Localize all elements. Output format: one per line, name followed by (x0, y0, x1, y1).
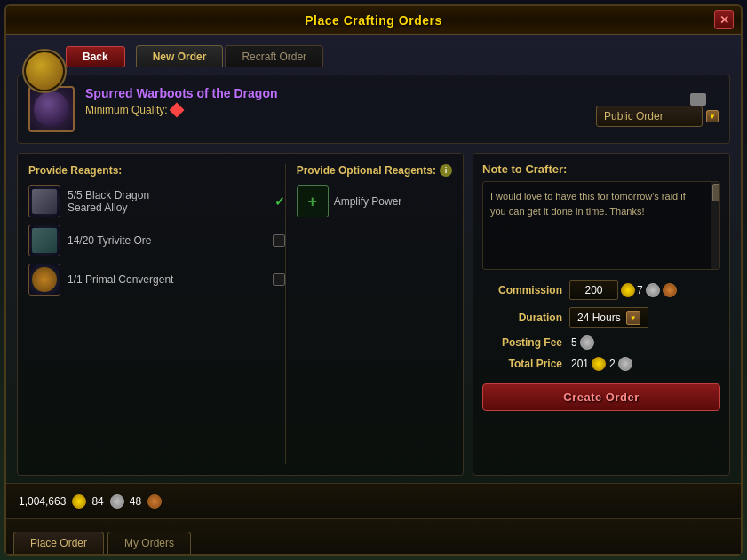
reagents-label: Provide Reagents: (28, 164, 285, 177)
top-controls: Back New Order Recraft Order (17, 45, 730, 67)
reagent-name-2: 14/20 Tyrivite Ore (68, 234, 266, 247)
posting-fee-label: Posting Fee (482, 336, 562, 349)
item-section: Spurred Warboots of the Dragon Minimum Q… (17, 75, 730, 144)
note-text: I would love to have this for tomorrow's… (490, 189, 712, 218)
reagent-name-1: 5/5 Black DragonSeared Alloy (68, 189, 267, 214)
duration-value: 24 Hours (577, 312, 621, 324)
scrollbar[interactable] (711, 182, 719, 269)
reagent-img-1 (32, 189, 57, 214)
duration-label: Duration (482, 312, 562, 324)
reagent-icon-3 (28, 264, 60, 296)
quality-gem-icon (169, 103, 184, 118)
avatar-face (26, 52, 63, 90)
duration-arrow-icon[interactable]: ▼ (626, 311, 640, 325)
reagents-section: Provide Reagents: 5/5 Black DragonSeared… (28, 164, 285, 464)
reagent-check-1: ✓ (274, 194, 285, 209)
tab-new-order[interactable]: New Order (136, 45, 224, 67)
optional-reagents-label: Provide Optional Reagents: i (297, 164, 452, 177)
scrollbar-thumb (712, 184, 719, 201)
reagent-icon-2 (28, 225, 60, 256)
main-window: Place Crafting Orders ✕ Back New Order R… (4, 4, 743, 556)
reagent-item: 1/1 Primal Convergent (28, 264, 285, 296)
note-text-area: I would love to have this for tomorrow's… (482, 181, 720, 270)
reagent-img-2 (32, 228, 57, 253)
create-order-button[interactable]: Create Order (482, 383, 720, 411)
chat-icon[interactable] (690, 93, 706, 106)
reagent-name-3: 1/1 Primal Convergent (68, 273, 266, 286)
optional-item-name: Amplify Power (334, 195, 402, 208)
item-icon (28, 86, 75, 132)
gold-amount: 1,004,663 (19, 495, 66, 508)
silver-amount: 84 (91, 495, 103, 508)
commission-silver-value: 7 (637, 284, 643, 296)
silver-coin-icon (646, 283, 660, 297)
item-icon-inner (34, 91, 69, 127)
reagent-checkbox-2[interactable] (273, 234, 285, 247)
panels-row: Provide Reagents: 5/5 Black DragonSeared… (17, 153, 730, 476)
reagent-img-3 (32, 267, 57, 292)
title-bar: Place Crafting Orders ✕ (6, 6, 741, 35)
reagent-item: 14/20 Tyrivite Ore (28, 225, 285, 256)
total-price-row: Total Price 201 2 (482, 357, 720, 371)
duration-row: Duration 24 Hours ▼ (482, 307, 720, 328)
duration-box[interactable]: 24 Hours ▼ (569, 307, 648, 328)
total-gold-icon (592, 357, 606, 371)
close-button[interactable]: ✕ (714, 10, 734, 29)
gold-coin-icon (621, 283, 635, 297)
bottom-tabs: Place Order My Orders (6, 518, 741, 554)
optional-item: + Amplify Power (297, 185, 452, 217)
status-bar: 1,004,663 84 48 (6, 483, 741, 518)
back-button[interactable]: Back (66, 46, 125, 67)
posting-fee-row: Posting Fee 5 (482, 335, 720, 350)
plus-icon: + (307, 193, 317, 211)
window-title: Place Crafting Orders (305, 13, 441, 28)
optional-reagents-section: Provide Optional Reagents: i + Amplify P… (285, 164, 452, 464)
posting-fee-coin-icon (580, 335, 594, 350)
status-silver-icon (110, 494, 124, 509)
info-icon[interactable]: i (440, 164, 452, 177)
posting-fee-value: 5 (571, 336, 577, 349)
note-label: Note to Crafter: (482, 162, 720, 176)
left-panel: Provide Reagents: 5/5 Black DragonSeared… (17, 153, 464, 476)
status-gold-icon (72, 494, 86, 509)
total-silver-value: 2 (609, 358, 616, 370)
total-price-label: Total Price (482, 358, 562, 370)
tab-place-order[interactable]: Place Order (13, 532, 104, 554)
optional-item-icon[interactable]: + (297, 185, 329, 217)
order-type-select[interactable]: Public Order (596, 106, 703, 127)
bronze-coin-icon (663, 283, 677, 297)
order-type-arrow-icon[interactable]: ▼ (706, 110, 719, 122)
bronze-amount: 48 (130, 495, 141, 508)
tab-my-orders[interactable]: My Orders (107, 532, 191, 554)
tab-recraft-order[interactable]: Recraft Order (225, 45, 323, 67)
avatar (22, 49, 67, 93)
reagent-item: 5/5 Black DragonSeared Alloy ✓ (28, 185, 285, 217)
commission-label: Commission (482, 284, 562, 296)
reagent-checkbox-3[interactable] (273, 273, 285, 286)
total-silver-icon (618, 357, 632, 371)
order-type-dropdown: Public Order ▼ (596, 90, 719, 127)
commission-input[interactable] (569, 280, 618, 300)
content-area: Back New Order Recraft Order Spurred War… (6, 38, 741, 483)
commission-row: Commission 7 (482, 280, 720, 300)
status-bronze-icon (147, 494, 162, 509)
total-gold-value: 201 (571, 358, 589, 370)
reagent-icon-1 (28, 185, 60, 217)
right-panel: Note to Crafter: I would love to have th… (473, 153, 730, 476)
